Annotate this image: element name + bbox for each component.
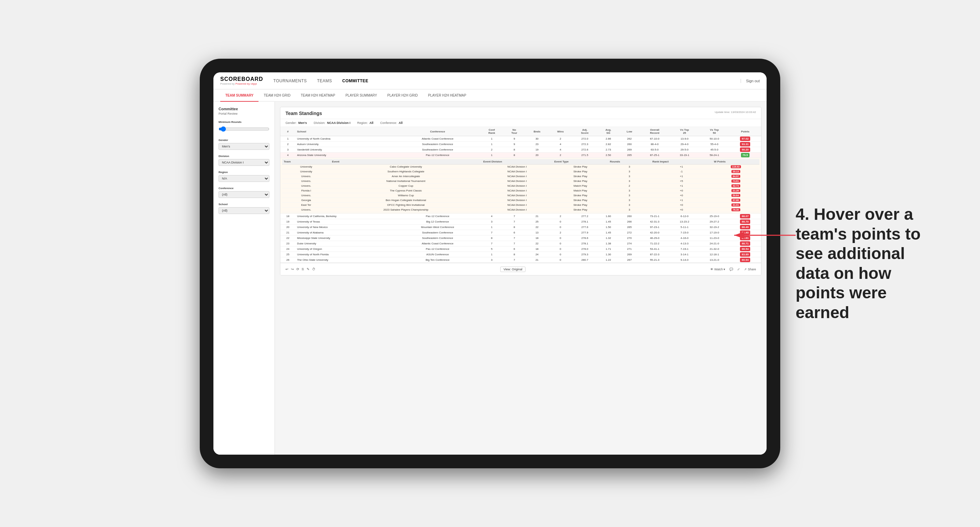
min-rounds-slider[interactable] [218, 125, 269, 133]
expanded-header-row: Team Event Event Division Event Type Rou… [282, 159, 759, 165]
col-conference: Conference [395, 127, 480, 136]
expand-button[interactable]: ⤢ [737, 268, 740, 271]
tab-team-h2h-heatmap[interactable]: TEAM H2H HEATMAP [296, 89, 340, 102]
nav-tournaments[interactable]: TOURNAMENTS [274, 77, 307, 85]
filter-conference-value: All [398, 121, 402, 125]
copy-button[interactable]: ⎘ [302, 267, 304, 271]
exp-points-badge: 30.13 [732, 170, 740, 173]
logo-text: SCOREBOARD [220, 76, 263, 82]
sidebar-label-school: School [218, 203, 269, 206]
exp-col-division: Event Division [482, 159, 552, 165]
table-row: 18 University of California, Berkeley Pa… [280, 214, 761, 219]
redo-button[interactable]: ↪ [291, 267, 294, 271]
sidebar-section-conference: Conference (All) [218, 187, 269, 198]
col-adj-score: Adj.Score [572, 127, 598, 136]
sign-out[interactable]: Sign out [741, 79, 760, 83]
exp-col-team: Team [282, 159, 330, 165]
sidebar-label-min-rounds: Minimum Rounds [218, 121, 269, 124]
watch-button[interactable]: 👁 Watch ▾ [710, 268, 725, 271]
exp-points-badge: 50.64 [732, 194, 740, 197]
bottom-toolbar: ↩ ↪ ⟳ ⎘ ✎ ⏱ View: Original 👁 Watch ▾ [280, 263, 761, 275]
table-row: 20 University of New Mexico Mountain Wes… [280, 225, 761, 230]
division-select[interactable]: NCAA Division I [218, 159, 269, 166]
col-vs-top25: Vs Top25 [670, 127, 699, 136]
table-row: 26 The Ohio State University Big Ten Con… [280, 257, 761, 263]
annotation-text: 4. Hover over a team's points to see add… [795, 205, 939, 322]
filter-row: Gender: Men's Division: NCAA Division I … [280, 119, 761, 127]
expanded-table: Team Event Event Division Event Type Rou… [282, 159, 759, 212]
toolbar-right: 👁 Watch ▾ 💬 ⤢ ↗ Share [710, 268, 756, 271]
tab-team-h2h-grid[interactable]: TEAM H2H GRID [258, 89, 295, 102]
exp-col-type: Event Type [552, 159, 608, 165]
undo-button[interactable]: ↩ [285, 267, 288, 271]
tab-player-h2h-heatmap[interactable]: PLAYER H2H HEATMAP [423, 89, 471, 102]
draw-button[interactable]: ✎ [307, 267, 309, 271]
sidebar-title: Committee [218, 107, 269, 111]
exp-points-badge: 21.26 [732, 189, 740, 192]
points-badge[interactable]: 83.89 [740, 252, 750, 257]
col-rank: # [280, 127, 295, 136]
table-row-highlighted: 4 Arizona State University Pac-12 Confer… [280, 152, 761, 158]
tablet-screen: SCOREBOARD Powered by Powered by clippi … [213, 72, 767, 455]
conference-select[interactable]: (All) [218, 191, 269, 198]
view-original-button[interactable]: View: Original [500, 267, 525, 272]
sidebar-section-gender: Gender Men's [218, 138, 269, 150]
nav-committee[interactable]: COMMITTEE [342, 77, 368, 85]
col-vs-top50: Vs Top50 [699, 127, 729, 136]
points-badge[interactable]: 90.20 [740, 148, 750, 152]
comment-button[interactable]: 💬 [729, 268, 733, 271]
col-school: School [295, 127, 395, 136]
standings-header: Team Standings Update time: 13/03/2024 1… [280, 107, 761, 119]
clock-button[interactable]: ⏱ [312, 267, 315, 271]
col-conf-rank: ConfRank [480, 127, 504, 136]
toolbar-left: ↩ ↪ ⟳ ⎘ ✎ ⏱ [285, 267, 315, 271]
filter-conference: Conference: All [380, 121, 402, 125]
table-row: 19 University of Texas Big 12 Conference… [280, 219, 761, 225]
logo-area: SCOREBOARD Powered by Powered by clippi [220, 76, 263, 85]
exp-col-rank: Rank Impact [651, 159, 712, 165]
sidebar-section-division: Division NCAA Division I [218, 155, 269, 166]
points-badge[interactable]: 97.02 [740, 137, 750, 141]
table-row: 1 University of North Carolina Atlantic … [280, 136, 761, 142]
expanded-table-row: Univers. Amer An Intercollegiate NCAA Di… [282, 174, 759, 179]
expanded-table-row: Florida I The Cypress Point Classic NCAA… [282, 189, 759, 193]
points-badge[interactable]: 88.70 [740, 219, 750, 224]
standings-panel: Team Standings Update time: 13/03/2024 1… [280, 107, 762, 275]
points-badge[interactable]: 80.94 [740, 258, 750, 262]
sidebar-section-school: School (All) [218, 203, 269, 214]
filter-gender-label: Gender: [285, 121, 297, 125]
table-row: 2 Auburn University Southeastern Confere… [280, 142, 761, 147]
exp-points-badge: 97.86 [732, 198, 740, 202]
points-badge[interactable]: 88.54 [740, 247, 750, 251]
points-badge[interactable]: 93.31 [740, 142, 750, 146]
school-select[interactable]: (All) [218, 207, 269, 214]
col-avg-sg: Avg.SG [598, 127, 619, 136]
sidebar-subtitle: Portal Review [218, 112, 269, 115]
logo-powered: Powered by Powered by clippi [220, 82, 263, 85]
share-button[interactable]: ↗ Share [744, 268, 756, 271]
filter-region-label: Region: [357, 121, 368, 125]
col-low: Low [619, 127, 640, 136]
exp-col-event: Event [330, 159, 482, 165]
sidebar-section-min-rounds: Minimum Rounds [218, 121, 269, 134]
col-points: Points [729, 127, 761, 136]
points-badge-highlighted[interactable]: 79.5 [741, 153, 750, 157]
tab-player-h2h-grid[interactable]: PLAYER H2H GRID [382, 89, 423, 102]
gender-select[interactable]: Men's [218, 143, 269, 150]
region-select[interactable]: N/A [218, 175, 269, 182]
expanded-table-row: Georgia Ben Hogan Collegiate Invitationa… [282, 198, 759, 203]
sidebar: Committee Portal Review Minimum Rounds G… [213, 102, 275, 455]
filter-region-value: All [369, 121, 374, 125]
filter-division-value: NCAA Division I [327, 121, 350, 125]
expanded-table-row: East Ter OFCC Fighting Illini Invitation… [282, 203, 759, 208]
main-nav: TOURNAMENTS TEAMS COMMITTEE [274, 77, 741, 85]
points-badge[interactable]: 88.07 [740, 214, 750, 219]
filter-division: Division: NCAA Division I [314, 121, 350, 125]
tab-player-summary[interactable]: PLAYER SUMMARY [340, 89, 382, 102]
sidebar-label-gender: Gender [218, 138, 269, 142]
nav-teams[interactable]: TEAMS [317, 77, 332, 85]
top-nav: SCOREBOARD Powered by Powered by clippi … [213, 72, 767, 89]
tab-team-summary[interactable]: TEAM SUMMARY [220, 89, 258, 102]
reset-button[interactable]: ⟳ [296, 267, 299, 271]
exp-col-rounds: Rounds [608, 159, 651, 165]
